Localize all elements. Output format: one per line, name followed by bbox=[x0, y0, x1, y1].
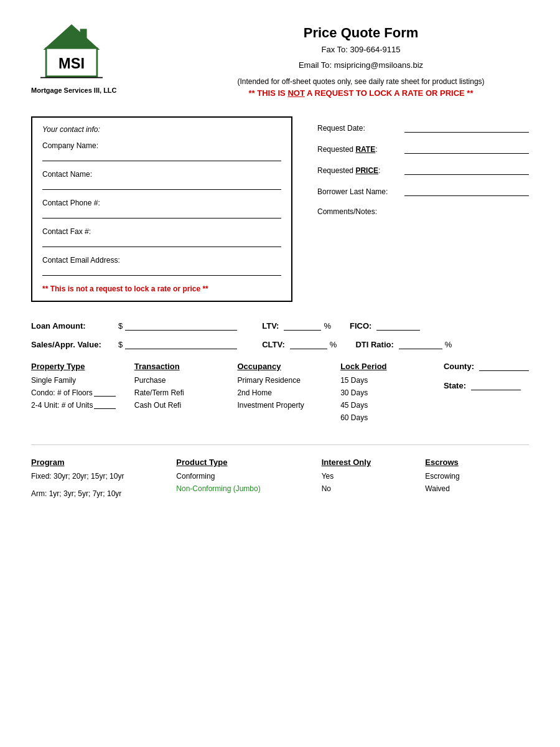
contact-disclaimer: ** This is not a request to lock a rate … bbox=[42, 284, 281, 293]
condo-floors-field[interactable] bbox=[94, 388, 116, 397]
program-col: Program Fixed: 30yr; 20yr; 15yr; 10yr Ar… bbox=[31, 458, 176, 502]
dti-label: DTI Ratio: bbox=[355, 340, 393, 349]
occupancy-2nd-home: 2nd Home bbox=[237, 388, 340, 397]
contact-fax-field[interactable] bbox=[42, 237, 281, 247]
loan-amount-row: Loan Amount: $ LTV: % FICO: bbox=[31, 321, 529, 331]
loan-amount-field[interactable] bbox=[125, 321, 237, 331]
sales-value-field[interactable] bbox=[125, 339, 237, 349]
contact-email-label: Contact Email Address: bbox=[42, 256, 281, 265]
comments-block: Comments/Notes: bbox=[317, 207, 529, 216]
requested-rate-label: Requested RATE: bbox=[317, 145, 404, 154]
email-info: Email To: msipricing@msiloans.biz bbox=[193, 59, 529, 72]
ltv-block: LTV: % bbox=[262, 321, 331, 331]
occupancy-investment: Investment Property bbox=[237, 401, 340, 410]
contact-fax-row: Contact Fax #: bbox=[42, 227, 281, 247]
program-fixed: Fixed: 30yr; 20yr; 15yr; 10yr bbox=[31, 472, 176, 481]
product-header: Product Type bbox=[176, 458, 321, 467]
lock-period-col: Lock Period 15 Days 30 Days 45 Days 60 D… bbox=[340, 362, 444, 426]
requested-price-label: Requested PRICE: bbox=[317, 166, 404, 175]
state-field[interactable] bbox=[471, 382, 521, 390]
right-fields: Request Date: Requested RATE: Requested … bbox=[317, 116, 529, 302]
contact-name-row: Contact Name: bbox=[42, 170, 281, 190]
cltv-block: CLTV: % bbox=[262, 339, 337, 349]
product-col: Product Type Conforming Non-Conforming (… bbox=[176, 458, 321, 502]
fico-block: FICO: bbox=[350, 321, 420, 331]
property-condo: Condo: # of Floors bbox=[31, 388, 134, 397]
fico-field[interactable] bbox=[376, 321, 420, 331]
comments-label: Comments/Notes: bbox=[317, 207, 529, 216]
requested-rate-row: Requested RATE: bbox=[317, 144, 529, 154]
transaction-header: Transaction bbox=[134, 362, 238, 371]
msi-logo: MSI bbox=[31, 19, 112, 81]
interest-yes: Yes bbox=[322, 472, 426, 481]
lock-period-header: Lock Period bbox=[340, 362, 444, 371]
request-date-label: Request Date: bbox=[317, 124, 404, 133]
contact-email-field[interactable] bbox=[42, 266, 281, 276]
county-field[interactable] bbox=[479, 362, 529, 371]
loan-section: Loan Amount: $ LTV: % FICO: Sales/Appr. … bbox=[31, 321, 529, 349]
contact-box: Your contact info: Company Name: Contact… bbox=[31, 116, 292, 302]
state-row: State: bbox=[444, 381, 529, 390]
interest-only-col: Interest Only Yes No bbox=[322, 458, 426, 502]
property-type-col: Property Type Single Family Condo: # of … bbox=[31, 362, 134, 426]
contact-phone-field[interactable] bbox=[42, 209, 281, 218]
fico-label: FICO: bbox=[350, 321, 371, 331]
cltv-field[interactable] bbox=[290, 339, 327, 349]
state-label: State: bbox=[444, 381, 466, 390]
occupancy-primary: Primary Residence bbox=[237, 376, 340, 385]
contact-name-label: Contact Name: bbox=[42, 170, 281, 179]
escrows-header: Escrows bbox=[425, 458, 529, 467]
dti-field[interactable] bbox=[399, 339, 442, 349]
company-name-label: Company Name: bbox=[42, 141, 281, 150]
cltv-pct: % bbox=[330, 340, 337, 349]
ltv-field[interactable] bbox=[284, 321, 321, 331]
company-name-field[interactable] bbox=[42, 151, 281, 161]
occupancy-header: Occupancy bbox=[237, 362, 340, 371]
ltv-pct: % bbox=[324, 321, 331, 331]
company-name-row: Company Name: bbox=[42, 141, 281, 161]
program-header: Program bbox=[31, 458, 176, 467]
county-row: County: bbox=[444, 362, 529, 371]
svg-rect-1 bbox=[80, 29, 87, 40]
dti-pct: % bbox=[445, 340, 452, 349]
requested-price-field[interactable] bbox=[404, 165, 529, 175]
form-title: Price Quote Form bbox=[193, 25, 529, 41]
ltv-label: LTV: bbox=[262, 321, 279, 331]
transaction-purchase: Purchase bbox=[134, 376, 238, 385]
contact-section: Your contact info: Company Name: Contact… bbox=[31, 116, 529, 302]
sales-value-row: Sales/Appr. Value: $ CLTV: % DTI Ratio: … bbox=[31, 339, 529, 349]
occupancy-col: Occupancy Primary Residence 2nd Home Inv… bbox=[237, 362, 340, 426]
county-state-block: County: State: bbox=[444, 362, 529, 426]
dollar-sign-1: $ bbox=[118, 321, 123, 331]
page-header: MSI Mortgage Services III, LLC Price Quo… bbox=[31, 19, 529, 98]
lock-30: 30 Days bbox=[340, 388, 444, 397]
lock-60: 60 Days bbox=[340, 413, 444, 422]
interest-no: No bbox=[322, 484, 426, 493]
borrower-last-name-row: Borrower Last Name: bbox=[317, 186, 529, 196]
contact-box-title: Your contact info: bbox=[42, 125, 281, 134]
cltv-label: CLTV: bbox=[262, 340, 285, 349]
transaction-rate-term: Rate/Term Refi bbox=[134, 388, 238, 397]
units-field[interactable] bbox=[94, 401, 116, 409]
contact-fax-label: Contact Fax #: bbox=[42, 227, 281, 236]
section-divider bbox=[31, 444, 529, 445]
interest-only-header: Interest Only bbox=[322, 458, 426, 467]
property-2-4-unit: 2-4 Unit: # of Units bbox=[31, 401, 134, 410]
request-date-field[interactable] bbox=[404, 123, 529, 133]
lock-15: 15 Days bbox=[340, 376, 444, 385]
borrower-last-name-field[interactable] bbox=[404, 186, 529, 196]
property-type-header: Property Type bbox=[31, 362, 134, 371]
contact-name-field[interactable] bbox=[42, 180, 281, 190]
loan-amount-label: Loan Amount: bbox=[31, 321, 118, 331]
requested-rate-field[interactable] bbox=[404, 144, 529, 154]
escrows-waived: Waived bbox=[425, 484, 529, 493]
svg-text:MSI: MSI bbox=[58, 55, 85, 72]
program-arm: Arm: 1yr; 3yr; 5yr; 7yr; 10yr bbox=[31, 489, 176, 498]
intended-note: (Intended for off-sheet quotes only, see… bbox=[193, 77, 529, 86]
county-label: County: bbox=[444, 362, 474, 371]
fax-info: Fax To: 309-664-9115 bbox=[193, 44, 529, 57]
sales-value-label: Sales/Appr. Value: bbox=[31, 340, 118, 349]
options-section: Property Type Single Family Condo: # of … bbox=[31, 362, 529, 426]
transaction-cash-out: Cash Out Refi bbox=[134, 401, 238, 410]
lock-45: 45 Days bbox=[340, 401, 444, 410]
